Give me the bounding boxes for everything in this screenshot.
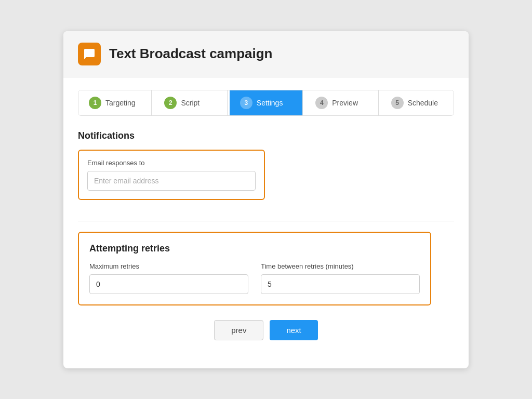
retries-box: Attempting retries Maximum retries Time …	[78, 232, 431, 305]
time-between-field: Time between retries (minutes)	[261, 262, 420, 294]
steps-bar: 1 Targeting 2 Script 3 Settings 4 Previe…	[78, 90, 454, 116]
main-card: Text Broadcast campaign 1 Targeting 2 Sc…	[63, 31, 469, 368]
email-responses-label: Email responses to	[87, 159, 256, 167]
email-input[interactable]	[87, 171, 256, 191]
tab-script[interactable]: 2 Script	[154, 90, 227, 115]
section-divider	[78, 221, 454, 221]
step-label-3: Settings	[257, 99, 283, 107]
notifications-box: Email responses to	[78, 150, 265, 200]
max-retries-field: Maximum retries	[89, 262, 248, 294]
step-label-2: Script	[181, 99, 200, 107]
notifications-section-title: Notifications	[78, 130, 454, 141]
tab-settings[interactable]: 3 Settings	[230, 90, 303, 115]
prev-button[interactable]: prev	[214, 320, 263, 340]
step-label-5: Schedule	[408, 99, 438, 107]
step-number-3: 3	[240, 97, 252, 109]
campaign-icon-wrapper	[78, 43, 101, 65]
chat-bubble-icon	[83, 48, 96, 60]
next-button[interactable]: next	[270, 320, 317, 340]
max-retries-input[interactable]	[89, 274, 248, 294]
retries-fields: Maximum retries Time between retries (mi…	[89, 262, 420, 294]
step-label-1: Targeting	[105, 99, 136, 107]
footer-buttons: prev next	[78, 320, 454, 340]
step-number-4: 4	[315, 97, 328, 109]
step-label-4: Preview	[332, 99, 358, 107]
step-number-2: 2	[164, 97, 177, 109]
tab-schedule[interactable]: 5 Schedule	[381, 90, 454, 115]
time-between-input[interactable]	[261, 274, 420, 294]
retries-section-title: Attempting retries	[89, 243, 420, 254]
tab-targeting[interactable]: 1 Targeting	[78, 90, 152, 115]
page-background: Text Broadcast campaign 1 Targeting 2 Sc…	[0, 0, 532, 399]
step-number-5: 5	[391, 97, 404, 109]
max-retries-label: Maximum retries	[89, 262, 248, 270]
step-number-1: 1	[89, 97, 101, 109]
time-between-label: Time between retries (minutes)	[261, 262, 420, 270]
tab-preview[interactable]: 4 Preview	[305, 90, 378, 115]
card-header: Text Broadcast campaign	[63, 31, 469, 77]
page-title: Text Broadcast campaign	[109, 46, 273, 62]
card-body: 1 Targeting 2 Script 3 Settings 4 Previe…	[63, 77, 469, 353]
